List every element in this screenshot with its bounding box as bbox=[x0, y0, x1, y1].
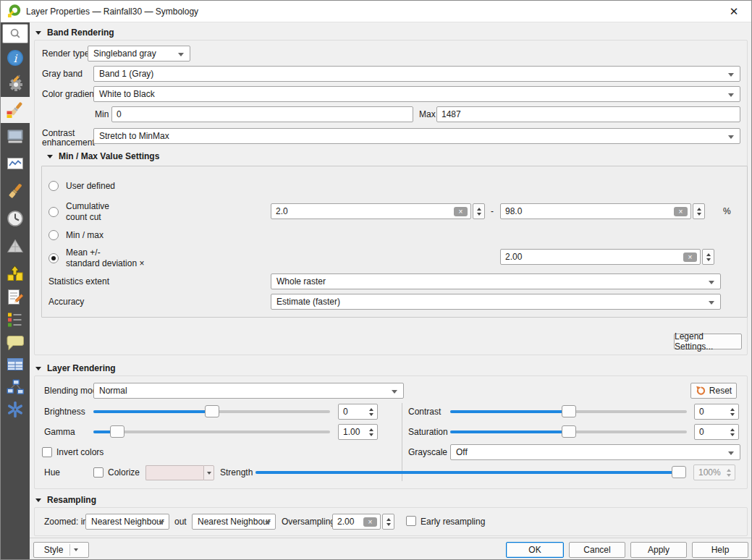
sidebar-item-qgis-server[interactable] bbox=[1, 352, 30, 377]
band-rendering-header[interactable]: Band Rendering bbox=[35, 27, 114, 38]
zoomed-in-dropdown[interactable]: Nearest Neighbour bbox=[85, 514, 169, 530]
min-max-radio[interactable] bbox=[48, 230, 59, 240]
titlebar: Layer Properties — Rainfall30 — Symbolog… bbox=[1, 1, 751, 22]
layer-rendering-header[interactable]: Layer Rendering bbox=[35, 362, 116, 374]
strength-slider[interactable] bbox=[255, 464, 686, 480]
std-dev-field[interactable]: 2.00 bbox=[500, 249, 701, 265]
legend-settings-button[interactable]: Legend Settings... bbox=[674, 334, 742, 349]
swatch-dropdown-arrow[interactable] bbox=[203, 465, 214, 480]
saturation-spinbox[interactable]: 0 bbox=[694, 424, 739, 440]
min-value: 0 bbox=[117, 109, 122, 119]
blending-mode-dropdown[interactable]: Normal bbox=[93, 383, 404, 399]
network-computers-icon bbox=[6, 378, 25, 396]
render-type-dropdown[interactable]: Singleband gray bbox=[88, 46, 190, 61]
spin-arrows[interactable] bbox=[366, 404, 377, 419]
help-button[interactable]: Help bbox=[692, 542, 748, 558]
sidebar-item-rendering[interactable] bbox=[1, 179, 30, 203]
gamma-spinbox[interactable]: 1.00 bbox=[338, 424, 378, 440]
slider-handle[interactable] bbox=[205, 405, 219, 417]
min-input[interactable]: 0 bbox=[111, 106, 413, 122]
sidebar-item-processing[interactable] bbox=[1, 397, 30, 422]
max-value: 1487 bbox=[442, 109, 461, 119]
sidebar-item-external-plugins[interactable] bbox=[1, 375, 30, 399]
cumulative-upper-field[interactable]: 98.0 bbox=[500, 203, 691, 219]
style-button[interactable]: Style bbox=[33, 542, 89, 558]
sidebar-item-pyramids[interactable] bbox=[1, 234, 30, 258]
sidebar-item-display[interactable] bbox=[1, 330, 30, 355]
cumulative-upper-spinbox[interactable]: 98.0 bbox=[500, 203, 705, 219]
slider-handle[interactable] bbox=[562, 405, 576, 417]
apply-label: Apply bbox=[648, 545, 669, 555]
color-gradient-dropdown[interactable]: White to Black bbox=[93, 86, 740, 102]
spin-arrows[interactable] bbox=[723, 465, 735, 480]
spin-arrows[interactable] bbox=[473, 203, 485, 219]
clear-icon[interactable] bbox=[683, 253, 697, 262]
resampling-header[interactable]: Resampling bbox=[35, 494, 96, 506]
cumulative-lower-field[interactable]: 2.0 bbox=[271, 203, 471, 219]
std-dev-spinbox[interactable]: 2.00 bbox=[500, 249, 714, 265]
sidebar-item-elevation[interactable] bbox=[1, 261, 30, 286]
reset-button[interactable]: Reset bbox=[690, 383, 737, 399]
cancel-button[interactable]: Cancel bbox=[569, 542, 625, 558]
layer-properties-dialog: Layer Properties — Rainfall30 — Symbolog… bbox=[0, 0, 752, 560]
min-max-label: Min / max bbox=[66, 227, 103, 243]
sidebar-item-transparency[interactable] bbox=[1, 124, 30, 148]
zoomed-out-dropdown[interactable]: Nearest Neighbour bbox=[192, 514, 276, 530]
apply-button[interactable]: Apply bbox=[630, 542, 687, 558]
contrast-spinbox[interactable]: 0 bbox=[694, 404, 739, 420]
clear-icon[interactable] bbox=[363, 517, 377, 527]
strength-spinbox[interactable]: 100% bbox=[693, 464, 735, 480]
spin-arrows[interactable] bbox=[693, 203, 705, 219]
sidebar-item-information[interactable]: i bbox=[1, 46, 30, 70]
colorize-color-button[interactable] bbox=[145, 465, 214, 480]
gray-band-dropdown[interactable]: Band 1 (Gray) bbox=[93, 66, 740, 82]
max-input[interactable]: 1487 bbox=[436, 106, 740, 122]
spin-arrows[interactable] bbox=[702, 249, 714, 265]
sidebar-item-legend[interactable] bbox=[1, 307, 30, 332]
sidebar-item-histogram[interactable] bbox=[1, 151, 30, 176]
server-table-icon bbox=[6, 355, 25, 374]
invert-colors-checkbox[interactable] bbox=[42, 447, 52, 457]
cumulative-label-line2: count cut bbox=[66, 209, 101, 225]
sidebar-item-metadata[interactable] bbox=[1, 285, 30, 310]
clear-icon[interactable] bbox=[454, 207, 468, 216]
cumulative-lower-spinbox[interactable]: 2.0 bbox=[271, 203, 485, 219]
spin-arrows[interactable] bbox=[727, 404, 738, 419]
contrast-slider[interactable] bbox=[450, 404, 687, 420]
colorize-checkbox[interactable] bbox=[93, 467, 103, 478]
gamma-slider[interactable] bbox=[93, 424, 330, 440]
sidebar-item-source[interactable] bbox=[1, 72, 30, 96]
brightness-slider[interactable] bbox=[93, 404, 330, 420]
ok-button[interactable]: OK bbox=[506, 542, 564, 558]
slider-fill bbox=[255, 471, 686, 474]
mean-std-dev-radio[interactable] bbox=[48, 253, 59, 263]
chevron-down-icon bbox=[207, 472, 211, 475]
spin-arrows[interactable] bbox=[366, 425, 377, 439]
early-resampling-checkbox[interactable] bbox=[406, 516, 416, 526]
minmax-settings-header[interactable]: Min / Max Value Settings bbox=[47, 150, 159, 162]
brightness-spinbox[interactable]: 0 bbox=[338, 404, 378, 420]
spin-arrows[interactable] bbox=[727, 425, 738, 439]
accuracy-dropdown[interactable]: Estimate (faster) bbox=[271, 294, 721, 310]
slider-handle[interactable] bbox=[672, 466, 686, 478]
statistics-extent-label: Statistics extent bbox=[48, 273, 109, 289]
cumulative-count-cut-radio[interactable] bbox=[48, 207, 59, 217]
user-defined-radio[interactable] bbox=[48, 181, 59, 191]
clear-icon[interactable] bbox=[674, 207, 688, 216]
close-button[interactable]: ✕ bbox=[724, 1, 744, 22]
statistics-extent-dropdown[interactable]: Whole raster bbox=[271, 273, 721, 289]
oversampling-field[interactable]: 2.00 bbox=[332, 514, 381, 530]
saturation-slider[interactable] bbox=[450, 424, 687, 440]
sidebar-item-temporal[interactable] bbox=[1, 206, 30, 231]
oversampling-spinbox[interactable]: 2.00 bbox=[332, 514, 394, 530]
contrast-enhancement-dropdown[interactable]: Stretch to MinMax bbox=[93, 128, 740, 144]
render-type-label: Render type bbox=[42, 46, 89, 61]
sidebar-search-input[interactable] bbox=[2, 24, 28, 43]
grayscale-dropdown[interactable]: Off bbox=[450, 444, 740, 460]
slider-handle[interactable] bbox=[562, 425, 576, 438]
spin-arrows[interactable] bbox=[382, 514, 394, 530]
range-dash-label: - bbox=[491, 203, 494, 219]
slider-handle[interactable] bbox=[110, 425, 124, 438]
accuracy-value: Estimate (faster) bbox=[276, 297, 340, 307]
sidebar-item-symbology[interactable] bbox=[1, 97, 30, 123]
